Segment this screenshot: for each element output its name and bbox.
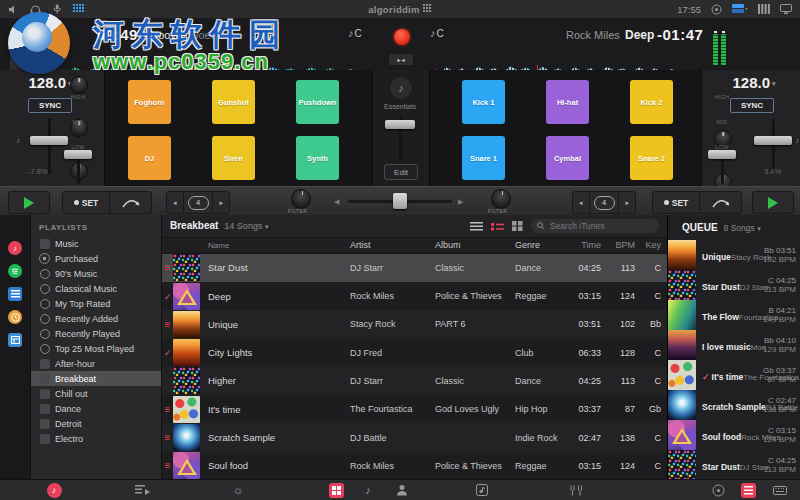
detail-view-icon-active[interactable] [491, 217, 504, 235]
pad-hi-hat[interactable]: Hi-hat [546, 80, 589, 124]
crossfader-handle[interactable] [393, 193, 407, 209]
search-box[interactable] [531, 219, 659, 233]
list-view-icon[interactable] [470, 217, 483, 235]
drum-pads-mode-icon-active[interactable] [328, 482, 344, 498]
fx-bank-icon[interactable]: ♪ [389, 76, 413, 100]
loop-halve-button[interactable]: ◂ [573, 199, 589, 207]
itunes-library-icon[interactable]: ♪ [46, 482, 62, 498]
brightness-icon[interactable]: ☼ [230, 482, 246, 498]
sidebar-item-recently-played[interactable]: Recently Played [31, 326, 161, 341]
deck-right-jump-button[interactable] [700, 197, 741, 209]
deck-right-tempo-slider[interactable] [754, 136, 792, 145]
loop-double-button[interactable]: ▸ [619, 199, 635, 207]
playlist-icon [40, 419, 50, 429]
queue-item[interactable]: Scratch SampleDJ Battle C 02:47138 BPM [668, 390, 800, 420]
deck-right-volume-fader[interactable] [708, 150, 736, 159]
table-row[interactable]: HigherDJ Starr ClassicDance 04:25113C [162, 367, 667, 395]
sidebar-item-breakbeat[interactable]: Breakbeat [31, 371, 161, 386]
queue-play-icon[interactable] [134, 482, 150, 498]
loop-halve-button[interactable]: ◂ [167, 199, 183, 207]
pad-cymbal[interactable]: Cymbal [546, 136, 589, 180]
sampler-mode-icon[interactable]: ♪ [360, 482, 376, 498]
browse-source-icon[interactable] [8, 287, 22, 301]
itunes-source-icon[interactable]: ♪ [8, 241, 22, 255]
queue-item[interactable]: Star DustDJ Starr C 04:25113 BPM [668, 450, 800, 480]
keyboard-icon[interactable] [772, 482, 788, 498]
grid-view-icon[interactable] [512, 217, 523, 235]
queue-item[interactable]: Star DustDJ Starr C 04:25113 BPM [668, 270, 800, 300]
deck-right-filter-knob[interactable] [491, 189, 511, 209]
pad-foghorn[interactable]: Foghorn [128, 80, 171, 124]
record-button[interactable] [394, 29, 410, 45]
deck-left-filter-knob[interactable] [291, 189, 311, 209]
sidebar-item-recently-added[interactable]: Recently Added [31, 311, 161, 326]
row-marker-icon [162, 319, 173, 330]
deck-right-set-cue-button[interactable]: SET [653, 198, 699, 208]
search-input[interactable] [548, 220, 653, 232]
pad-snare-1[interactable]: Snare 1 [462, 136, 505, 180]
deck-right-loop-value[interactable]: 4 [590, 196, 619, 210]
deck-right-bpm[interactable]: 128.0 ▾ [708, 74, 800, 91]
sidebar-item-top-25-most-played[interactable]: Top 25 Most Played [31, 341, 161, 356]
pad-snare-2[interactable]: Snare 2 [630, 136, 673, 180]
files-source-icon[interactable] [8, 333, 22, 347]
sidebar-item-after-hour[interactable]: After-hour [31, 356, 161, 371]
pad-pushdown[interactable]: Pushdown [296, 80, 339, 124]
table-row[interactable]: UniqueStacy Rock PART 6 03:51102Bb [162, 310, 667, 338]
deck-left-volume-fader[interactable] [64, 150, 92, 159]
deck-right-track-title: Deep [625, 28, 654, 42]
queue-item[interactable]: Soul foodRock Miles C 03:15124 BPM [668, 420, 800, 450]
table-row[interactable]: It's timeThe Fourtastica God Loves UglyH… [162, 395, 667, 423]
pad-siren[interactable]: Siren [212, 136, 255, 180]
pad-dj[interactable]: DJ [128, 136, 171, 180]
deck-left-set-cue-button[interactable]: SET [63, 198, 109, 208]
tempo-note-icon: ♪ [16, 136, 20, 145]
fx-slider-handle[interactable] [385, 120, 415, 129]
column-header-row[interactable]: Name Artist Album Genre Time BPM Key [162, 238, 667, 254]
pad-kick-1[interactable]: Kick 1 [462, 80, 505, 124]
table-row[interactable]: City LightsDJ Fred Club 06:33128C [162, 339, 667, 367]
queue-count[interactable]: 8 Songs ▾ [724, 223, 761, 233]
artist-mode-icon[interactable] [394, 482, 410, 498]
history-source-icon[interactable] [8, 310, 22, 324]
sidebar-item-chill-out[interactable]: Chill out [31, 386, 161, 401]
deck-right-play-button[interactable] [752, 191, 794, 214]
snap-button[interactable]: ▸◂ [388, 53, 414, 66]
library-view-icon-active[interactable] [740, 482, 756, 498]
pad-kick-2[interactable]: Kick 2 [630, 80, 673, 124]
album-card-icon[interactable] [474, 482, 490, 498]
spotify-source-icon[interactable] [8, 264, 22, 278]
track-album-art [173, 311, 200, 338]
vinyl-disc-icon[interactable] [710, 482, 726, 498]
sidebar-item-detroit[interactable]: Detroit [31, 416, 161, 431]
deck-left-jump-button[interactable] [110, 197, 151, 209]
queue-item[interactable]: The FlowFourtastica B 04:21149 BPM [668, 300, 800, 330]
song-count[interactable]: 14 Songs ▾ [224, 221, 268, 231]
sidebar-item-classical-music[interactable]: Classical Music [31, 281, 161, 296]
table-row[interactable]: DeepRock Miles Police & ThievesReggae 03… [162, 282, 667, 310]
deck-left-sync-button[interactable]: SYNC [28, 98, 72, 113]
sidebar-item-electro[interactable]: Electro [31, 431, 161, 446]
pad-gunshot[interactable]: Gunshot [212, 80, 255, 124]
sidebar-item-music[interactable]: Music [31, 236, 161, 251]
deck-left-tempo-slider[interactable] [30, 136, 68, 145]
table-row[interactable]: Soul foodRock Miles Police & ThievesRegg… [162, 452, 667, 480]
queue-item[interactable]: It's timeThe Fourtastica Gb 03:3787 BPM [668, 360, 800, 390]
deck-left-loop-value[interactable]: 4 [184, 196, 213, 210]
track-album-art [173, 452, 200, 479]
table-row[interactable]: Scratch SampleDJ Battle Indie Rock 02:47… [162, 423, 667, 451]
sidebar-item-my-top-rated[interactable]: My Top Rated [31, 296, 161, 311]
queue-item[interactable]: UniqueStacy Rock Bb 03:51102 BPM [668, 240, 800, 270]
sidebar-item-90s-music[interactable]: 90's Music [31, 266, 161, 281]
sidebar-item-dance[interactable]: Dance [31, 401, 161, 416]
loop-double-button[interactable]: ▸ [213, 199, 229, 207]
deck-right-sync-button[interactable]: SYNC [730, 98, 774, 113]
deck-left-eq-high-knob[interactable] [70, 76, 88, 94]
deck-left-play-button[interactable] [8, 191, 50, 214]
queue-item[interactable]: I love musicMoe Bb 04:10129 BPM [668, 330, 800, 360]
table-row[interactable]: Star DustDJ Starr ClassicDance 04:25113C [162, 254, 667, 282]
fx-edit-button[interactable]: Edit [384, 164, 418, 180]
pad-synth[interactable]: Synth [296, 136, 339, 180]
tuning-forks-icon[interactable] [568, 482, 584, 498]
sidebar-item-purchased[interactable]: Purchased [31, 251, 161, 266]
